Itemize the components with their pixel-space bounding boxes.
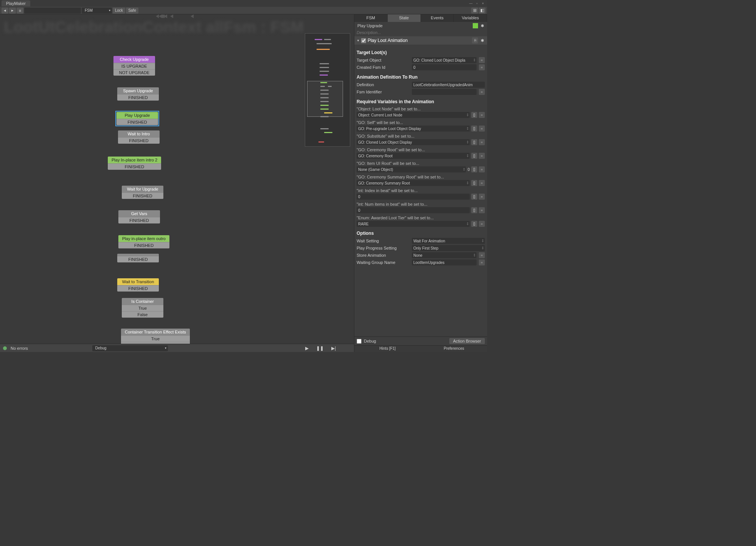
debug-dropdown[interactable]: Debug	[92, 345, 168, 351]
node-transition[interactable]: False	[122, 311, 163, 318]
window-tab[interactable]: PlayMaker	[2, 0, 30, 6]
field-created-fsm[interactable]: 0	[412, 64, 477, 70]
action-header[interactable]: ▼ Play Loot Animation ⎘ ✱	[354, 36, 487, 45]
brackets-button[interactable]: []	[471, 153, 477, 159]
equals-button[interactable]: =	[479, 57, 485, 63]
node-title[interactable]: Wait for Upgrade	[122, 186, 163, 192]
maximize-icon[interactable]: ▫	[474, 1, 480, 6]
equals-button[interactable]: =	[479, 153, 485, 159]
gear-icon[interactable]: ✱	[480, 23, 485, 28]
node-title[interactable]: Play In-place item intro 2	[108, 157, 161, 163]
minimize-icon[interactable]: —	[468, 1, 473, 6]
brackets-button[interactable]: []	[471, 207, 477, 213]
fsm-node-waitupg[interactable]: Wait for UpgradeFINISHED	[122, 186, 163, 199]
play-button[interactable]: ▶	[305, 346, 309, 351]
action-browser-button[interactable]: Action Browser	[449, 338, 485, 344]
node-title[interactable]: Wait to Intro	[118, 130, 160, 137]
fsm-node-spawn[interactable]: Spawn UpgradeFINISHED	[117, 87, 159, 101]
node-transition[interactable]: FINISHED	[117, 94, 159, 101]
node-title[interactable]: Container Transition Effect Exists	[121, 329, 190, 335]
equals-button[interactable]: =	[479, 207, 485, 213]
node-title[interactable]: Check Upgrade	[113, 56, 155, 63]
var-field[interactable]: 0	[357, 207, 470, 213]
node-transition[interactable]: FINISHED	[108, 163, 161, 170]
state-name-field[interactable]: Play Upgrade	[357, 23, 471, 29]
node-title[interactable]: Play Upgrade	[116, 112, 158, 119]
node-transition[interactable]: FINISHED	[118, 242, 169, 248]
state-color-swatch[interactable]	[473, 23, 478, 28]
var-field[interactable]: Object: Current Loot Node	[357, 112, 470, 118]
equals-button[interactable]: =	[479, 180, 485, 186]
safe-toggle[interactable]: Safe	[126, 8, 138, 14]
var-field[interactable]: 0	[357, 194, 470, 200]
node-title[interactable]: Wait to Transition	[117, 278, 159, 285]
minimap[interactable]	[305, 33, 350, 147]
brackets-button[interactable]: []	[471, 166, 477, 172]
node-transition[interactable]: FINISHED	[117, 285, 159, 292]
brackets-button[interactable]: []	[471, 126, 477, 132]
node-title[interactable]: Get Vars	[118, 210, 160, 217]
minimap-viewport[interactable]	[307, 81, 343, 117]
action-enabled-checkbox[interactable]	[361, 38, 366, 43]
fsm-dropdown[interactable]: FSM	[82, 8, 112, 14]
equals-button[interactable]: =	[479, 139, 485, 145]
field-target-object[interactable]: GO: Cloned Loot Object Displa	[412, 57, 477, 63]
hints-tab[interactable]: Hints [F1]	[354, 346, 421, 352]
node-title[interactable]: Play in-place item outro	[118, 235, 169, 242]
history-button[interactable]: ≡	[17, 8, 23, 14]
forward-button[interactable]: ▸	[9, 8, 16, 14]
equals-button[interactable]: =	[479, 221, 485, 227]
equals-button[interactable]: =	[479, 126, 485, 132]
node-transition[interactable]: FINISHED	[122, 192, 163, 199]
var-field[interactable]: RARE	[357, 221, 470, 227]
node-transition[interactable]: IS UPGRADE	[113, 63, 155, 69]
fsm-canvas[interactable]: LootUtCelebrationContext allFsm : FSM Ch…	[0, 14, 354, 352]
var-field[interactable]: GO: Ceremony Summary Root	[357, 180, 470, 186]
node-transition[interactable]: True	[121, 335, 190, 342]
equals-button[interactable]: =	[479, 259, 485, 265]
brackets-button[interactable]: []	[471, 180, 477, 186]
description-field[interactable]: Description...	[354, 29, 487, 36]
fsm-node-waitintro[interactable]: Wait to IntroFINISHED	[118, 130, 160, 144]
field-wait-setting[interactable]: Wait For Animation	[412, 238, 485, 244]
close-icon[interactable]: ×	[480, 1, 486, 6]
equals-button[interactable]: =	[479, 112, 485, 118]
var-field[interactable]: None (Game Object)	[357, 166, 466, 172]
var-field[interactable]: GO: Pre-upgrade Loot Object Display	[357, 126, 470, 132]
field-play-progress[interactable]: Only First Step	[412, 245, 485, 251]
fsm-node-intro2[interactable]: Play In-place item intro 2FINISHED	[108, 157, 161, 170]
equals-button[interactable]: =	[479, 252, 485, 258]
tab-fsm[interactable]: FSM	[354, 14, 388, 22]
node-transition[interactable]: FINISHED	[116, 119, 158, 125]
node-transition[interactable]: NOT UPGRADE	[113, 69, 155, 76]
field-definition[interactable]: LootCelebrationItemUpgradedAnim	[412, 82, 485, 88]
fsm-node-waittrans[interactable]: Wait to TransitionFINISHED	[117, 278, 159, 292]
brackets-button[interactable]: []	[471, 221, 477, 227]
disclosure-icon[interactable]: ▼	[357, 39, 360, 42]
pause-button[interactable]: ❚❚	[316, 346, 324, 351]
fsm-node-outro[interactable]: Play in-place item outroFINISHED	[118, 235, 169, 248]
path-field[interactable]	[24, 8, 81, 14]
tab-variables[interactable]: Variables	[454, 14, 487, 22]
fsm-node-check[interactable]: Check UpgradeIS UPGRADENOT UPGRADE	[113, 56, 155, 76]
equals-button[interactable]: =	[479, 166, 485, 172]
tab-events[interactable]: Events	[421, 14, 454, 22]
var-field[interactable]: GO: Ceremony Root	[357, 153, 470, 159]
lock-toggle[interactable]: Lock	[113, 8, 125, 14]
brackets-button[interactable]: []	[471, 194, 477, 200]
fsm-node-iscontainer[interactable]: Is ContainerTrueFalse	[122, 298, 163, 318]
node-transition[interactable]: FINISHED	[117, 256, 159, 262]
equals-button[interactable]: =	[479, 194, 485, 200]
step-button[interactable]: ▶|	[331, 346, 336, 351]
field-waiting-group[interactable]: LootItemUpgrades	[412, 259, 477, 265]
field-fsm-identifier[interactable]	[412, 89, 477, 95]
node-title[interactable]: Spawn Upgrade	[117, 87, 159, 94]
equals-button[interactable]: =	[479, 64, 485, 70]
node-transition[interactable]: FINISHED	[118, 137, 160, 144]
action-gear-icon[interactable]: ✱	[480, 38, 485, 43]
brackets-button[interactable]: []	[471, 112, 477, 118]
fsm-node-getvars[interactable]: Get VarsFINISHED	[118, 210, 160, 223]
back-button[interactable]: ◂	[2, 8, 8, 14]
node-transition[interactable]: FINISHED	[118, 217, 160, 223]
var-field[interactable]: GO: Cloned Loot Object Display	[357, 139, 470, 145]
